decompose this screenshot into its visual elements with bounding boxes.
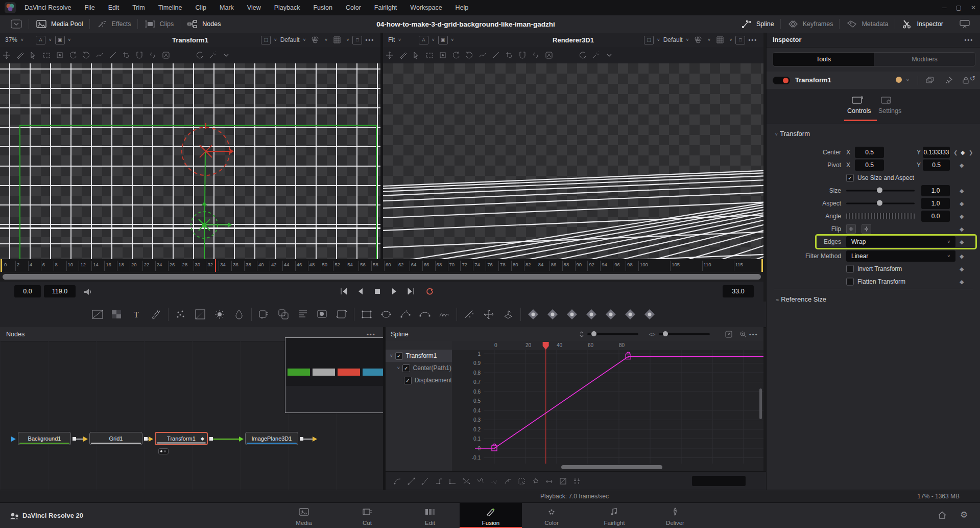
step-out-icon[interactable]	[446, 475, 460, 487]
set-keyframe-icon[interactable]: ◆	[960, 225, 964, 232]
shape-3d-tool-icon[interactable]	[545, 307, 560, 322]
page-tab-cut[interactable]: Cut	[336, 503, 398, 528]
zoom-icon[interactable]	[737, 328, 749, 340]
region-select-icon[interactable]	[40, 49, 53, 61]
background-tool-icon[interactable]	[90, 307, 105, 322]
controls-tab-icon[interactable]	[851, 94, 863, 106]
select-icon[interactable]	[27, 49, 40, 61]
playhead[interactable]	[215, 259, 216, 272]
merge-3d-tool-icon[interactable]	[584, 307, 599, 322]
menu-color[interactable]: Color	[346, 4, 361, 11]
chevron-down-icon[interactable]: ∨	[906, 78, 910, 82]
tab-tools[interactable]: Tools	[773, 53, 874, 66]
button-metadata[interactable]: Metadata	[840, 15, 894, 33]
angle-field[interactable]: 0.0	[921, 211, 950, 222]
brightness-contrast-tool-icon[interactable]	[212, 307, 227, 322]
channel-booleans-tool-icon[interactable]	[295, 307, 310, 322]
menu-fairlight[interactable]: Fairlight	[374, 4, 397, 11]
left-viewer-menu-icon[interactable]: •••	[365, 37, 374, 43]
zoom-rect-icon[interactable]	[556, 475, 570, 487]
reset-rotation-icon[interactable]	[576, 49, 589, 61]
page-tab-fusion[interactable]: Fusion	[460, 503, 522, 528]
pick-wand-icon[interactable]	[206, 49, 220, 61]
user-icon[interactable]	[8, 510, 20, 522]
subtab-settings[interactable]: Settings	[878, 107, 901, 114]
color-corrector-tool-icon[interactable]	[173, 307, 188, 322]
p-merge-tool-icon[interactable]	[481, 307, 496, 322]
keyframe-icon[interactable]: ◆	[961, 149, 965, 155]
rotate-ccw-icon[interactable]	[66, 49, 80, 61]
page-tab-color[interactable]: Color	[520, 503, 583, 528]
draw-icon[interactable]	[396, 49, 410, 61]
minimize-icon[interactable]: ─	[942, 4, 947, 11]
menu-help[interactable]: Help	[456, 4, 469, 11]
node-color-dot[interactable]	[896, 77, 902, 83]
menu-mark[interactable]: Mark	[220, 4, 234, 11]
rotate-ccw-icon[interactable]	[449, 49, 463, 61]
pan-icon[interactable]	[383, 49, 396, 61]
step-in-icon[interactable]	[432, 475, 446, 487]
line-tool-icon[interactable]	[489, 49, 503, 61]
camera-3d-tool-icon[interactable]	[603, 307, 618, 322]
bspline-mask-tool-icon[interactable]	[417, 307, 433, 322]
aspect-field[interactable]: 1.0	[921, 198, 950, 209]
button-media-pool[interactable]: Media Pool	[29, 15, 89, 33]
timeline-ruler[interactable]: 0246810121416182022242628303234363840424…	[0, 259, 763, 272]
chevron-down-icon[interactable]	[603, 49, 616, 61]
spline-frame-input[interactable]	[692, 476, 746, 486]
settings-tab-icon[interactable]	[880, 94, 892, 106]
panel-layout-icon[interactable]	[959, 18, 971, 30]
section-reference-size[interactable]: ∨ Reference Size	[776, 295, 826, 303]
menu-davinci-resolve[interactable]: DaVinci Resolve	[25, 4, 71, 11]
page-tab-fairlight[interactable]: Fairlight	[583, 503, 646, 528]
center-x-field[interactable]: 0.5	[855, 147, 884, 158]
link-icon[interactable]	[529, 49, 542, 61]
ellipse-mask-tool-icon[interactable]	[378, 307, 394, 322]
node-output-square[interactable]	[209, 437, 213, 441]
color-wheel-icon[interactable]	[692, 34, 704, 46]
node-background1[interactable]: Background1	[18, 432, 71, 445]
loop-button[interactable]	[423, 286, 436, 297]
prev-keyframe-icon[interactable]: ❮	[953, 149, 958, 155]
edges-dropdown[interactable]: Wrap ∨	[846, 236, 955, 247]
invert-spline-icon[interactable]	[460, 475, 473, 487]
range-out-field[interactable]: 119.0	[44, 285, 76, 297]
expand-panel-icon[interactable]	[723, 328, 735, 340]
grid-overlay-icon[interactable]	[331, 34, 343, 46]
set-keyframe-icon[interactable]: ◆	[960, 187, 964, 194]
home-icon[interactable]	[938, 511, 947, 522]
flatten-transform-checkbox[interactable]	[846, 278, 854, 285]
section-transform[interactable]: ∨ Transform	[775, 130, 810, 137]
clear-view-icon[interactable]	[542, 49, 556, 61]
media-out-tool-icon[interactable]	[315, 307, 330, 322]
subtab-controls[interactable]: Controls	[847, 107, 871, 114]
magnet-snap-icon[interactable]	[133, 49, 146, 61]
set-keyframe-icon[interactable]: ◆	[960, 200, 964, 206]
node-output-square[interactable]	[144, 437, 148, 441]
node-transform1[interactable]: Transform1◆	[155, 432, 208, 445]
transform-tool-icon[interactable]	[334, 307, 349, 322]
next-keyframe-icon[interactable]: ❯	[969, 149, 973, 155]
crop-icon[interactable]	[119, 49, 133, 61]
color-curves-tool-icon[interactable]	[193, 307, 208, 322]
node-connection[interactable]	[303, 439, 313, 440]
node-output-square[interactable]	[300, 437, 303, 441]
menu-trim[interactable]: Trim	[132, 4, 145, 11]
spline-tool-icon[interactable]	[476, 49, 489, 61]
pin-icon[interactable]	[943, 74, 955, 86]
blur-tool-icon[interactable]	[231, 307, 247, 322]
tree-checkbox[interactable]: ✓	[402, 364, 410, 372]
center-y-field[interactable]: 0.133333	[923, 147, 950, 158]
set-keyframe-icon[interactable]: ◆	[960, 162, 964, 168]
spline-graph[interactable]: 10.90.80.70.60.50.40.30.20.10-0.10204060…	[452, 341, 763, 471]
lut-select[interactable]: Default	[280, 36, 300, 43]
set-keyframe-icon[interactable]: ◆	[960, 238, 964, 245]
rect-select-icon[interactable]	[436, 49, 449, 61]
button-inspector[interactable]: Inspector	[895, 15, 949, 33]
menu-file[interactable]: File	[84, 4, 94, 11]
draw-icon[interactable]	[13, 49, 27, 61]
clear-view-icon[interactable]	[159, 49, 173, 61]
right-viewer-canvas[interactable]	[383, 63, 763, 259]
fast-noise-tool-icon[interactable]	[109, 307, 125, 322]
menu-view[interactable]: View	[247, 4, 261, 11]
